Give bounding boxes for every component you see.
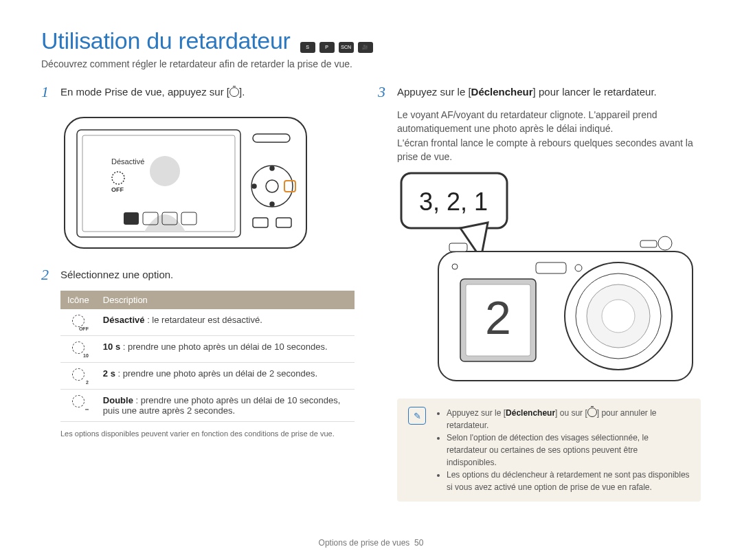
mode-movie-icon: 🎥 bbox=[358, 42, 373, 53]
countdown-bubble: 3, 2, 1 bbox=[419, 188, 488, 216]
note-icon: ✎ bbox=[408, 407, 426, 425]
step-2: 2 Sélectionnez une option. bbox=[41, 267, 350, 282]
svg-point-3 bbox=[150, 156, 180, 186]
mode-icons: S P SCN 🎥 bbox=[300, 42, 373, 53]
step-number: 3 bbox=[378, 85, 390, 100]
svg-point-30 bbox=[452, 264, 458, 269]
svg-point-22 bbox=[658, 236, 672, 250]
svg-point-14 bbox=[270, 202, 274, 206]
timer-options-table: Icône Description OFF Désactivé : le ret… bbox=[60, 291, 355, 422]
svg-point-15 bbox=[252, 184, 256, 188]
page-subtitle: Découvrez comment régler le retardateur … bbox=[41, 58, 701, 69]
step-3-sub-2: L'écran frontal lance le compte à rebour… bbox=[397, 136, 701, 164]
right-column: 3 Appuyez sur le [Déclencheur] pour lanc… bbox=[378, 85, 701, 502]
timer-icon bbox=[229, 87, 239, 97]
timer-double-icon: ∞ bbox=[71, 395, 86, 410]
svg-point-13 bbox=[270, 166, 274, 170]
screen-label: Désactivé bbox=[111, 157, 144, 166]
front-screen-counter: 2 bbox=[485, 291, 511, 344]
step-3-text: Appuyez sur le [Déclencheur] pour lancer… bbox=[397, 85, 657, 100]
step-2-text: Sélectionnez une option. bbox=[60, 267, 173, 282]
svg-rect-23 bbox=[640, 240, 657, 247]
timer-icon bbox=[587, 407, 597, 417]
table-row: ∞ Double : prendre une photo après un dé… bbox=[60, 390, 355, 422]
note-item: Les options du déclencheur à retardement… bbox=[447, 469, 690, 493]
camera-back-illustration: Désactivé OFF bbox=[62, 115, 309, 252]
camera-front-illustration: 3, 2, 1 2 bbox=[398, 169, 701, 389]
timer-2s-icon: 2 bbox=[71, 368, 86, 383]
th-icon: Icône bbox=[60, 291, 96, 309]
table-row: OFF Désactivé : le retardateur est désac… bbox=[60, 309, 355, 336]
svg-point-29 bbox=[575, 265, 582, 271]
table-row: 2 2 s : prendre une photo après un délai… bbox=[60, 363, 355, 390]
step-number: 2 bbox=[41, 267, 54, 282]
step-3: 3 Appuyez sur le [Déclencheur] pour lanc… bbox=[378, 85, 701, 100]
table-footnote: Les options disponibles peuvent varier e… bbox=[60, 429, 350, 439]
timer-off-icon: OFF bbox=[71, 315, 86, 330]
note-box: ✎ Appuyez sur le [Déclencheur] ou sur []… bbox=[397, 399, 701, 502]
step-3-sub-1: Le voyant AF/voyant du retardateur clign… bbox=[397, 108, 701, 136]
step-number: 1 bbox=[41, 85, 54, 100]
th-desc: Description bbox=[96, 291, 355, 309]
timer-10s-icon: 10 bbox=[71, 341, 86, 357]
note-item: Appuyez sur le [Déclencheur] ou sur [] p… bbox=[447, 407, 690, 432]
mode-program-icon: P bbox=[319, 42, 335, 53]
step-1-text: En mode Prise de vue, appuyez sur []. bbox=[60, 85, 245, 100]
step-1: 1 En mode Prise de vue, appuyez sur []. bbox=[41, 85, 350, 100]
page-title: Utilisation du retardateur bbox=[41, 27, 291, 54]
mode-scene-icon: SCN bbox=[339, 42, 354, 53]
svg-rect-28 bbox=[536, 262, 566, 273]
note-item: Selon l'option de détection des visages … bbox=[447, 432, 690, 469]
svg-text:OFF: OFF bbox=[111, 186, 124, 193]
left-column: 1 En mode Prise de vue, appuyez sur []. … bbox=[41, 85, 350, 502]
table-row: 10 10 s : prendre une photo après un dél… bbox=[60, 336, 355, 363]
page-footer: Options de prise de vues 50 bbox=[0, 538, 742, 548]
svg-point-27 bbox=[602, 300, 635, 333]
mode-smart-icon: S bbox=[300, 42, 315, 53]
svg-rect-21 bbox=[449, 243, 467, 251]
svg-rect-6 bbox=[124, 212, 139, 225]
